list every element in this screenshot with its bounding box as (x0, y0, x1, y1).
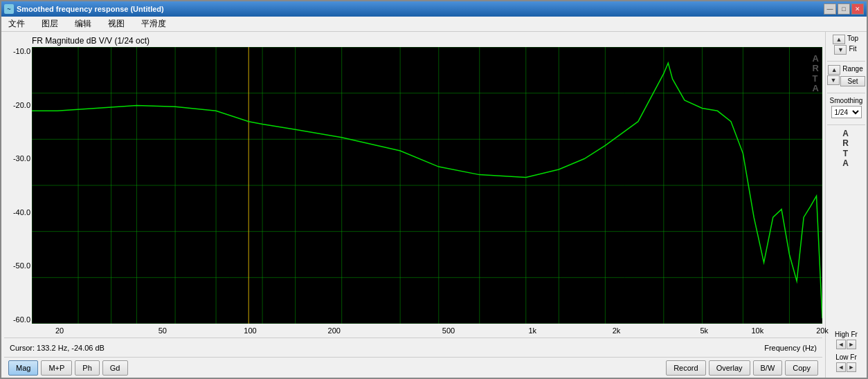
x-label-20: 20 (55, 326, 64, 335)
frequency-label: Frequency (Hz) (416, 344, 817, 352)
top-label: Top (847, 35, 858, 44)
menu-view[interactable]: 视图 (104, 17, 129, 31)
range-down-button[interactable]: ▼ (827, 75, 840, 85)
high-fr-section: High Fr ◄ ► (827, 331, 865, 349)
fit-btn-row: ▼ Fit (834, 45, 858, 55)
x-label-20k: 20k (816, 326, 829, 335)
y-label-1: -10.0 (4, 47, 30, 55)
x-label-100: 100 (244, 326, 256, 335)
y-label-5: -50.0 (4, 261, 30, 270)
range-up-button[interactable]: ▲ (828, 65, 840, 75)
button-bar: Mag M+P Ph Gd Record Overlay B/W Copy (4, 357, 822, 378)
y-axis: -10.0 -20.0 -30.0 -40.0 -50.0 -60.0 (4, 47, 32, 338)
menu-bar: 文件 图层 编辑 视图 平滑度 (1, 17, 867, 32)
x-label-2k: 2k (613, 326, 621, 335)
record-button[interactable]: Record (666, 360, 705, 376)
close-button[interactable]: ✕ (851, 3, 864, 15)
frequency-canvas (32, 47, 822, 324)
ph-button[interactable]: Ph (75, 360, 99, 376)
right-panel: ▲ Top ▼ Fit ▲ Range ▼ Set (825, 32, 867, 378)
x-label-50: 50 (159, 326, 167, 335)
top-btn-row: ▲ Top (833, 35, 860, 44)
high-fr-label: High Fr (835, 331, 858, 338)
low-fr-section: Low Fr ◄ ► (827, 353, 865, 372)
fit-label: Fit (849, 45, 856, 55)
smoothing-section: Smoothing 1/24 1/12 1/6 1/3 None (827, 97, 865, 118)
chart-title: FR Magnitude dB V/V (1/24 oct) (4, 35, 822, 47)
menu-layer[interactable]: 图层 (37, 17, 62, 31)
title-bar-controls: — □ ✕ (824, 3, 864, 15)
range-label: Range (842, 65, 862, 75)
window-title: Smoothed frequency response (Untitled) (17, 5, 164, 13)
low-fr-label: Low Fr (835, 353, 857, 361)
chart-area: -10.0 -20.0 -30.0 -40.0 -50.0 -60.0 ARTA (4, 47, 822, 338)
main-content: FR Magnitude dB V/V (1/24 oct) -10.0 -20… (1, 32, 867, 378)
top-fit-section: ▲ Top ▼ Fit (827, 35, 865, 55)
minimize-button[interactable]: — (824, 3, 836, 15)
bw-button[interactable]: B/W (753, 360, 783, 376)
high-fr-right-button[interactable]: ► (847, 340, 856, 349)
y-label-4: -40.0 (4, 208, 30, 216)
low-fr-left-button[interactable]: ◄ (836, 362, 846, 372)
x-axis-labels: 20501002005001k2k5k10k20k (60, 324, 822, 338)
y-label-6: -60.0 (4, 315, 30, 324)
divider-3 (827, 124, 865, 125)
maximize-button[interactable]: □ (838, 3, 850, 15)
range-btn-row: ▲ Range (828, 65, 864, 75)
smoothing-label: Smoothing (830, 97, 863, 104)
x-label-500: 500 (442, 326, 455, 335)
x-label-1k: 1k (528, 326, 536, 335)
menu-file[interactable]: 文件 (4, 17, 29, 31)
copy-button[interactable]: Copy (785, 360, 818, 376)
divider-2 (827, 93, 865, 93)
title-bar: ~ Smoothed frequency response (Untitled)… (1, 1, 867, 17)
x-label-10k: 10k (751, 326, 763, 335)
y-label-3: -30.0 (4, 154, 30, 163)
mp-button[interactable]: M+P (41, 360, 72, 376)
y-label-2: -20.0 (4, 101, 30, 109)
app-icon: ~ (4, 4, 14, 14)
set-button[interactable]: Set (840, 76, 865, 86)
mag-button[interactable]: Mag (8, 360, 38, 376)
high-fr-arrows: ◄ ► (836, 340, 856, 349)
overlay-button[interactable]: Overlay (709, 360, 750, 376)
top-up-button[interactable]: ▲ (833, 35, 845, 44)
set-btn-row: ▼ Set (827, 75, 865, 86)
arta-brand: ARTA (842, 129, 850, 169)
chart-plot: ARTA (32, 47, 822, 324)
low-fr-right-button[interactable]: ► (847, 362, 856, 372)
range-section: ▲ Range ▼ Set (827, 65, 865, 86)
x-label-5k: 5k (700, 326, 708, 335)
x-axis-container: 20501002005001k2k5k10k20k (32, 324, 822, 338)
smoothing-dropdown[interactable]: 1/24 1/12 1/6 1/3 None (831, 106, 862, 118)
cursor-info: Cursor: 133.2 Hz, -24.06 dB (10, 344, 410, 352)
gd-button[interactable]: Gd (102, 360, 128, 376)
main-window: ~ Smoothed frequency response (Untitled)… (0, 0, 868, 379)
bottom-bar: Cursor: 133.2 Hz, -24.06 dB Frequency (H… (4, 338, 822, 357)
title-bar-left: ~ Smoothed frequency response (Untitled) (4, 4, 164, 14)
high-fr-left-button[interactable]: ◄ (836, 340, 846, 349)
x-label-200: 200 (328, 326, 341, 335)
divider-1 (827, 61, 865, 62)
low-fr-arrows: ◄ ► (836, 362, 856, 372)
menu-edit[interactable]: 编辑 (71, 17, 96, 31)
top-down-button[interactable]: ▼ (834, 45, 847, 55)
chart-container: FR Magnitude dB V/V (1/24 oct) -10.0 -20… (1, 32, 825, 378)
menu-smoothing[interactable]: 平滑度 (137, 17, 170, 31)
